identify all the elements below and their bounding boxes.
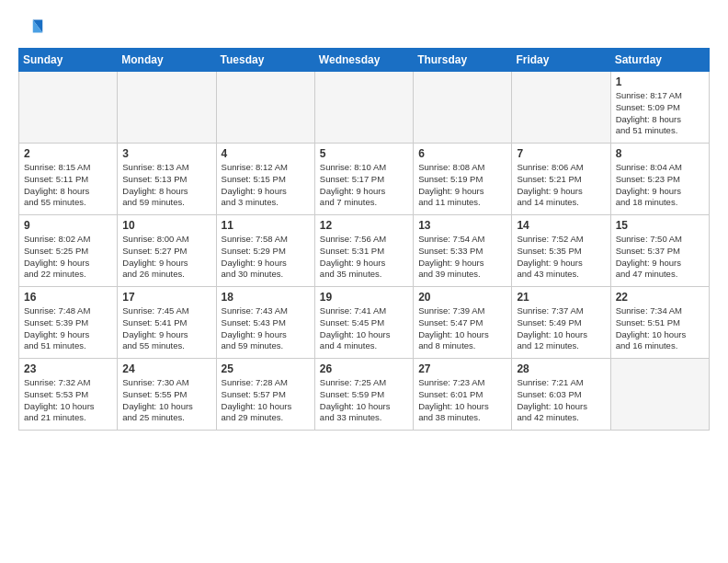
day-info: Sunrise: 7:21 AM Sunset: 6:03 PM Dayligh… [517, 377, 605, 424]
day-number: 11 [222, 219, 310, 232]
day-info: Sunrise: 8:02 AM Sunset: 5:25 PM Dayligh… [24, 234, 112, 281]
day-number: 20 [418, 291, 506, 304]
day-cell: 7Sunrise: 8:06 AM Sunset: 5:21 PM Daylig… [512, 144, 610, 215]
day-number: 15 [616, 219, 704, 232]
day-cell: 15Sunrise: 7:50 AM Sunset: 5:37 PM Dayli… [610, 215, 709, 287]
day-info: Sunrise: 8:12 AM Sunset: 5:15 PM Dayligh… [222, 162, 310, 209]
day-cell: 1Sunrise: 8:17 AM Sunset: 5:09 PM Daylig… [610, 72, 709, 144]
logo [18, 17, 48, 42]
day-info: Sunrise: 7:25 AM Sunset: 5:59 PM Dayligh… [320, 377, 408, 424]
day-info: Sunrise: 8:10 AM Sunset: 5:17 PM Dayligh… [320, 162, 408, 209]
day-cell [216, 72, 314, 144]
day-cell: 25Sunrise: 7:28 AM Sunset: 5:57 PM Dayli… [216, 359, 314, 431]
day-cell: 20Sunrise: 7:39 AM Sunset: 5:47 PM Dayli… [414, 287, 512, 359]
day-cell: 10Sunrise: 8:00 AM Sunset: 5:27 PM Dayli… [118, 215, 216, 287]
day-number: 12 [320, 219, 408, 232]
day-info: Sunrise: 8:00 AM Sunset: 5:27 PM Dayligh… [122, 234, 210, 281]
day-number: 7 [517, 147, 605, 160]
day-info: Sunrise: 8:17 AM Sunset: 5:09 PM Dayligh… [616, 90, 704, 137]
day-info: Sunrise: 7:32 AM Sunset: 5:53 PM Dayligh… [24, 377, 112, 424]
weekday-header-tuesday: Tuesday [216, 49, 314, 72]
day-number: 8 [616, 147, 704, 160]
day-cell [118, 72, 216, 144]
weekday-header-wednesday: Wednesday [314, 49, 413, 72]
day-info: Sunrise: 7:39 AM Sunset: 5:47 PM Dayligh… [418, 305, 506, 352]
day-info: Sunrise: 7:50 AM Sunset: 5:37 PM Dayligh… [616, 234, 704, 281]
day-number: 2 [24, 147, 112, 160]
day-info: Sunrise: 7:52 AM Sunset: 5:35 PM Dayligh… [517, 234, 605, 281]
day-cell: 5Sunrise: 8:10 AM Sunset: 5:17 PM Daylig… [314, 144, 413, 215]
day-cell: 4Sunrise: 8:12 AM Sunset: 5:15 PM Daylig… [216, 144, 314, 215]
day-cell: 24Sunrise: 7:30 AM Sunset: 5:55 PM Dayli… [118, 359, 216, 431]
weekday-header-friday: Friday [512, 49, 610, 72]
day-cell [19, 72, 118, 144]
day-cell: 27Sunrise: 7:23 AM Sunset: 6:01 PM Dayli… [414, 359, 512, 431]
day-info: Sunrise: 7:56 AM Sunset: 5:31 PM Dayligh… [320, 234, 408, 281]
day-number: 22 [616, 291, 704, 304]
week-row-4: 16Sunrise: 7:48 AM Sunset: 5:39 PM Dayli… [19, 287, 710, 359]
day-number: 5 [320, 147, 408, 160]
weekday-header-monday: Monday [118, 49, 216, 72]
day-info: Sunrise: 7:43 AM Sunset: 5:43 PM Dayligh… [222, 305, 310, 352]
day-number: 24 [122, 362, 210, 375]
day-cell: 9Sunrise: 8:02 AM Sunset: 5:25 PM Daylig… [19, 215, 118, 287]
day-info: Sunrise: 7:30 AM Sunset: 5:55 PM Dayligh… [122, 377, 210, 424]
day-cell: 19Sunrise: 7:41 AM Sunset: 5:45 PM Dayli… [314, 287, 413, 359]
week-row-1: 1Sunrise: 8:17 AM Sunset: 5:09 PM Daylig… [19, 72, 710, 144]
day-number: 18 [222, 291, 310, 304]
day-number: 9 [24, 219, 112, 232]
day-number: 4 [222, 147, 310, 160]
day-info: Sunrise: 8:04 AM Sunset: 5:23 PM Dayligh… [616, 162, 704, 209]
weekday-header-row: SundayMondayTuesdayWednesdayThursdayFrid… [19, 49, 710, 72]
weekday-header-saturday: Saturday [610, 49, 709, 72]
day-cell: 17Sunrise: 7:45 AM Sunset: 5:41 PM Dayli… [118, 287, 216, 359]
day-number: 13 [418, 219, 506, 232]
weekday-header-thursday: Thursday [414, 49, 512, 72]
week-row-2: 2Sunrise: 8:15 AM Sunset: 5:11 PM Daylig… [19, 144, 710, 215]
page-container: SundayMondayTuesdayWednesdayThursdayFrid… [0, 0, 728, 440]
day-number: 1 [616, 75, 704, 88]
day-cell: 11Sunrise: 7:58 AM Sunset: 5:29 PM Dayli… [216, 215, 314, 287]
day-cell: 21Sunrise: 7:37 AM Sunset: 5:49 PM Dayli… [512, 287, 610, 359]
day-number: 26 [320, 362, 408, 375]
day-number: 23 [24, 362, 112, 375]
day-number: 21 [517, 291, 605, 304]
day-number: 16 [24, 291, 112, 304]
weekday-header-sunday: Sunday [19, 49, 118, 72]
day-cell [512, 72, 610, 144]
day-cell: 28Sunrise: 7:21 AM Sunset: 6:03 PM Dayli… [512, 359, 610, 431]
day-cell: 26Sunrise: 7:25 AM Sunset: 5:59 PM Dayli… [314, 359, 413, 431]
day-cell: 22Sunrise: 7:34 AM Sunset: 5:51 PM Dayli… [610, 287, 709, 359]
day-cell [314, 72, 413, 144]
day-number: 27 [418, 362, 506, 375]
day-cell: 14Sunrise: 7:52 AM Sunset: 5:35 PM Dayli… [512, 215, 610, 287]
week-row-5: 23Sunrise: 7:32 AM Sunset: 5:53 PM Dayli… [19, 359, 710, 431]
day-cell: 13Sunrise: 7:54 AM Sunset: 5:33 PM Dayli… [414, 215, 512, 287]
day-number: 3 [122, 147, 210, 160]
day-cell [610, 359, 709, 431]
header [18, 17, 710, 42]
day-cell: 12Sunrise: 7:56 AM Sunset: 5:31 PM Dayli… [314, 215, 413, 287]
day-info: Sunrise: 7:45 AM Sunset: 5:41 PM Dayligh… [122, 305, 210, 352]
day-cell: 8Sunrise: 8:04 AM Sunset: 5:23 PM Daylig… [610, 144, 709, 215]
day-info: Sunrise: 7:23 AM Sunset: 6:01 PM Dayligh… [418, 377, 506, 424]
day-info: Sunrise: 7:28 AM Sunset: 5:57 PM Dayligh… [222, 377, 310, 424]
day-number: 28 [517, 362, 605, 375]
calendar-table: SundayMondayTuesdayWednesdayThursdayFrid… [18, 48, 710, 431]
day-info: Sunrise: 7:48 AM Sunset: 5:39 PM Dayligh… [24, 305, 112, 352]
day-cell [414, 72, 512, 144]
day-number: 19 [320, 291, 408, 304]
day-number: 14 [517, 219, 605, 232]
day-number: 6 [418, 147, 506, 160]
day-number: 25 [222, 362, 310, 375]
day-info: Sunrise: 8:08 AM Sunset: 5:19 PM Dayligh… [418, 162, 506, 209]
day-cell: 16Sunrise: 7:48 AM Sunset: 5:39 PM Dayli… [19, 287, 118, 359]
day-info: Sunrise: 7:54 AM Sunset: 5:33 PM Dayligh… [418, 234, 506, 281]
day-number: 10 [122, 219, 210, 232]
day-info: Sunrise: 7:37 AM Sunset: 5:49 PM Dayligh… [517, 305, 605, 352]
day-number: 17 [122, 291, 210, 304]
day-cell: 6Sunrise: 8:08 AM Sunset: 5:19 PM Daylig… [414, 144, 512, 215]
day-cell: 18Sunrise: 7:43 AM Sunset: 5:43 PM Dayli… [216, 287, 314, 359]
logo-icon [18, 17, 44, 42]
day-cell: 3Sunrise: 8:13 AM Sunset: 5:13 PM Daylig… [118, 144, 216, 215]
